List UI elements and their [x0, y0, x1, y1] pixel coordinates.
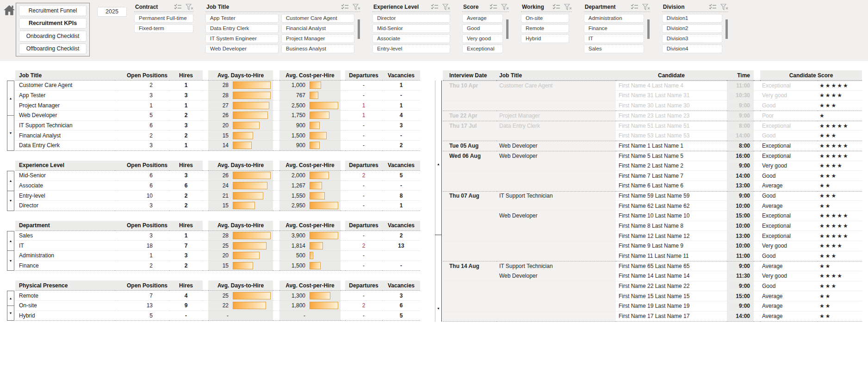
slicer-item[interactable]: Director	[372, 14, 450, 23]
slicer-item[interactable]: Division3	[662, 34, 722, 43]
nav-recruitment-kpis[interactable]: Recruitment KPIs	[19, 18, 87, 29]
candidate-score-label: Exceptional	[760, 211, 818, 221]
scroll-down-arrow[interactable]: ▼	[7, 306, 14, 320]
slicer-item[interactable]: Hybrid	[521, 34, 569, 43]
open-positions-value: 6	[115, 181, 169, 191]
slicer-item[interactable]: Customer Care Agent	[281, 14, 354, 23]
slicer-item[interactable]: Remote	[521, 24, 569, 33]
clear-filter-icon[interactable]	[353, 4, 360, 10]
kpi-table-job-title: Job TitleOpen PositionsHiresAvg. Days-to…	[7, 70, 426, 151]
slicer-item[interactable]: Division4	[662, 44, 722, 53]
multiselect-icon[interactable]	[174, 4, 182, 10]
column-header: Physical Presence	[15, 280, 115, 291]
clear-filter-icon[interactable]	[442, 4, 450, 10]
slicer-item[interactable]: Good	[462, 24, 503, 33]
interview-row: Tue 05 AugWeb DeveloperFirst Name 1 Last…	[443, 141, 863, 151]
departures-value: 1	[345, 100, 382, 111]
nav-recruitment-funnel[interactable]: Recruitment Funnel	[19, 5, 87, 16]
kpi-row: IT Support Technician6320900-3	[15, 121, 426, 131]
candidate-name-cell: First Name 11 Last Name 11	[616, 251, 727, 261]
clear-filter-icon[interactable]	[501, 4, 509, 10]
slicer-item[interactable]: Very good	[462, 34, 503, 43]
slicer-item[interactable]: Web Developer	[205, 44, 279, 53]
scroll-down-arrow[interactable]: ▼	[7, 191, 14, 211]
scroll-down-arrow[interactable]: ▼	[7, 116, 14, 150]
multiselect-icon[interactable]	[631, 4, 639, 10]
vacancies-value: 8	[382, 191, 420, 201]
slicer-item[interactable]: On-site	[521, 14, 569, 23]
departures-value: -	[345, 121, 382, 131]
scroll-up-arrow[interactable]: ▲	[7, 291, 14, 306]
hires-value: 1	[169, 231, 203, 241]
slicer-scrollbar[interactable]	[506, 14, 509, 53]
cost-bar	[310, 142, 320, 149]
hires-value: -	[169, 311, 203, 321]
clear-filter-icon[interactable]	[186, 4, 193, 10]
interview-row: Web DeveloperFirst Name 14 Last Name 141…	[443, 271, 863, 281]
scroll-down-arrow[interactable]: ▼	[435, 307, 441, 310]
slicer-item[interactable]: Sales	[584, 44, 644, 53]
year-selector[interactable]: 2025	[97, 7, 127, 17]
departures-value: 1	[345, 111, 382, 121]
multiselect-icon[interactable]	[431, 4, 439, 10]
star-rating: ★★★★★	[818, 211, 862, 221]
nav-offboarding-checklist[interactable]: Offboarding Checklist	[19, 44, 87, 55]
clear-filter-icon[interactable]	[720, 4, 728, 10]
slicer-item[interactable]: Permanent Full-time	[134, 14, 193, 23]
scrollbar-thumb[interactable]	[435, 235, 442, 235]
slicer-scrollbar[interactable]	[647, 14, 650, 53]
clear-filter-icon[interactable]	[564, 4, 572, 10]
slicer-item[interactable]: Exceptional	[462, 44, 503, 53]
column-header: Avg. Cost-per-Hire	[279, 70, 341, 81]
star-rating: ★	[818, 111, 862, 121]
multiselect-icon[interactable]	[709, 4, 717, 10]
multiselect-icon[interactable]	[490, 4, 497, 10]
scrollbar-thumb[interactable]	[506, 19, 508, 39]
scroll-up-arrow[interactable]: ▲	[7, 81, 14, 116]
interview-time-cell: 13:00	[727, 231, 754, 241]
slicer-item[interactable]: Division1	[662, 14, 722, 23]
clear-filter-icon[interactable]	[642, 4, 650, 10]
interview-row: First Name 15 Last Name 1515:00Average★★	[443, 291, 863, 301]
scroll-up-arrow[interactable]: ▲	[7, 171, 14, 191]
scroll-up-arrow[interactable]: ▲	[7, 231, 14, 251]
slicer-item[interactable]: Associate	[372, 34, 450, 43]
slicer-scrollbar[interactable]	[357, 14, 360, 53]
candidate-score-label: Good	[760, 100, 818, 111]
multiselect-icon[interactable]	[341, 4, 349, 10]
candidate-name-cell: First Name 53 Last Name 53	[616, 131, 727, 141]
home-icon[interactable]	[3, 5, 15, 16]
slicer-department: DepartmentAdministrationFinanceITSales	[584, 4, 650, 53]
slicer-item[interactable]: Average	[462, 14, 503, 23]
interview-job-title-cell	[496, 301, 616, 311]
slicer-item[interactable]: App Tester	[205, 14, 279, 23]
slicer-item[interactable]: Project Manager	[281, 34, 354, 43]
interview-job-title-cell	[496, 291, 616, 301]
scroll-up-arrow[interactable]: ▲	[435, 162, 441, 166]
scrollbar-thumb[interactable]	[725, 19, 728, 39]
slicer-item[interactable]: IT	[584, 34, 644, 43]
slicer-item[interactable]: Finance	[584, 24, 644, 33]
scrollbar-thumb[interactable]	[358, 19, 360, 39]
slicer-item[interactable]: Fixed-term	[134, 24, 193, 33]
scroll-down-arrow[interactable]: ▼	[7, 251, 14, 270]
days-to-hire-value: 20	[208, 122, 229, 129]
kpi-row: Director32152,950-1	[15, 201, 426, 211]
interview-row: First Name 22 Last Name 229:00Good★★★	[443, 281, 863, 292]
slicer-scrollbar[interactable]	[725, 14, 728, 53]
scrollbar-thumb[interactable]	[647, 19, 650, 39]
kpi-row-label: IT Support Technician	[15, 121, 115, 131]
interview-time-cell: 14:00	[727, 171, 754, 181]
nav-onboarding-checklist[interactable]: Onboarding Checklist	[19, 31, 87, 42]
slicer-item[interactable]: Entry-level	[372, 44, 450, 53]
multiselect-icon[interactable]	[552, 4, 560, 10]
slicer-item[interactable]: Data Entry Clerk	[205, 24, 279, 33]
kpi-row: IT187251,814213	[15, 241, 426, 251]
slicer-item[interactable]: Administration	[584, 14, 644, 23]
slicer-item[interactable]: Business Analyst	[281, 44, 354, 53]
slicer-item[interactable]: Mid-Senior	[372, 24, 450, 33]
slicer-item[interactable]: Division2	[662, 24, 722, 33]
slicer-item[interactable]: IT System Engineer	[205, 34, 279, 43]
interview-row: First Name 8 Last Name 810:00Exceptional…	[443, 221, 863, 231]
slicer-item[interactable]: Financial Analyst	[281, 24, 354, 33]
